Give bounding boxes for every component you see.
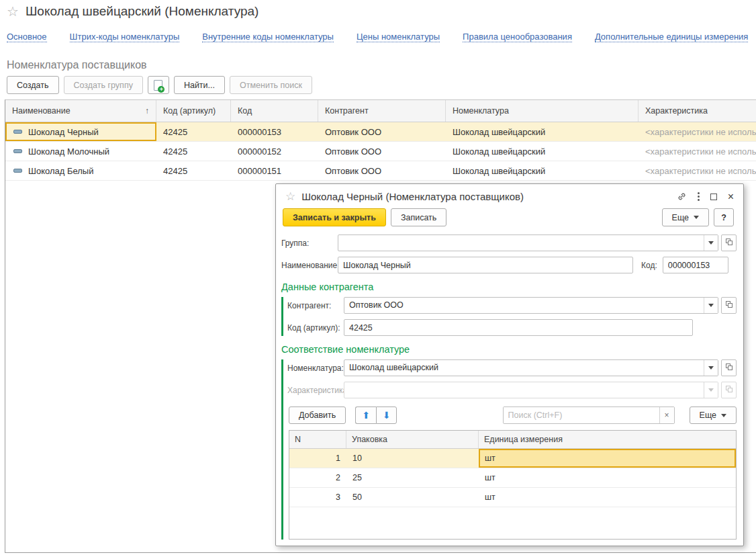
cancel-search-button: Отменить поиск [230, 76, 312, 94]
nav-link-additional-units[interactable]: Дополнительные единицы измерения [595, 32, 748, 42]
code-input[interactable] [663, 257, 728, 273]
name-label: Наименование: [281, 261, 338, 270]
nav-link-main[interactable]: Основное [7, 32, 47, 42]
save-and-close-button[interactable]: Записать и закрыть [283, 208, 386, 226]
contractor-choose-button[interactable] [721, 297, 737, 314]
cell-contractor[interactable]: Оптовик ООО [318, 161, 446, 180]
cell-characteristic[interactable]: <характеристики не используются> [639, 142, 756, 161]
move-down-button[interactable]: ⬇ [376, 406, 397, 424]
cell-code[interactable]: 000000153 [231, 122, 318, 141]
help-button[interactable]: ? [714, 208, 734, 226]
cell-packing[interactable]: 50 [346, 488, 479, 507]
cell-n[interactable]: 1 [289, 449, 346, 468]
column-header-packing[interactable]: Упаковка [346, 431, 479, 448]
list-toolbar: Создать Создать группу + Найти... Отмени… [7, 76, 312, 94]
find-button[interactable]: Найти... [174, 76, 225, 94]
characteristic-dropdown-button [704, 382, 718, 398]
nav-link-internal-codes[interactable]: Внутренние коды номенклатуры [202, 32, 334, 42]
cell-nomenclature[interactable]: Шоколад швейцарский [446, 161, 639, 180]
group-label: Группа: [281, 239, 338, 248]
table-row[interactable]: Шоколад Белый 42425 000000151 Оптовик ОО… [5, 161, 756, 181]
contractor-dropdown-button[interactable] [704, 298, 718, 313]
cell-code[interactable]: 000000152 [231, 142, 318, 161]
cell-nomenclature[interactable]: Шоколад швейцарский [446, 122, 639, 141]
cell-unit[interactable]: шт [479, 488, 736, 507]
cell-unit[interactable]: шт [479, 449, 736, 468]
name-input[interactable] [338, 257, 633, 273]
cell-article[interactable]: 42425 [156, 161, 231, 180]
cell-packing[interactable]: 10 [346, 449, 479, 468]
nomenclature-combo-field[interactable]: Шоколад швейцарский [344, 359, 718, 376]
dialog-form: Группа: Наименование: Код: Данные контра… [276, 233, 743, 540]
cell-packing[interactable]: 25 [346, 468, 479, 487]
arrow-down-icon: ⬇ [383, 410, 391, 421]
dialog-title-bar: ☆ Шоколад Черный (Номенклатура поставщик… [276, 184, 743, 205]
group-field-row: Группа: [281, 234, 737, 251]
cell-article[interactable]: 42425 [156, 142, 231, 161]
dialog-favorite-star-icon[interactable]: ☆ [285, 191, 295, 202]
cell-n[interactable]: 3 [289, 488, 346, 507]
page-title: Шоколад швейцарский (Номенклатура) [26, 4, 258, 19]
cell-unit[interactable]: шт [479, 468, 736, 487]
nomenclature-choose-button[interactable] [721, 359, 737, 376]
cell-name[interactable]: Шоколад Молочный [5, 142, 156, 161]
group-dropdown-button[interactable] [704, 235, 718, 251]
group-combo-field[interactable] [338, 234, 718, 251]
cell-characteristic[interactable]: <характеристики не используются> [639, 161, 756, 180]
cell-nomenclature[interactable]: Шоколад швейцарский [446, 142, 639, 161]
table-row[interactable]: Шоколад Черный 42425 000000153 Оптовик О… [5, 122, 756, 142]
cell-code[interactable]: 000000151 [231, 161, 318, 180]
column-header-code[interactable]: Код [231, 100, 318, 122]
cell-characteristic[interactable]: <характеристики не используются> [639, 122, 756, 141]
packing-row[interactable]: 3 50 шт [289, 488, 736, 507]
column-header-name[interactable]: Наименование ↑ [5, 100, 156, 122]
item-icon [13, 130, 22, 134]
packing-table: N Упаковка Единица измерения 1 10 шт 2 2… [289, 430, 737, 540]
contractor-value: Оптовик ООО [344, 298, 704, 313]
save-button[interactable]: Записать [391, 208, 446, 226]
search-clear-button[interactable]: × [659, 407, 674, 423]
close-icon[interactable]: × [728, 191, 734, 202]
favorite-star-icon[interactable]: ☆ [7, 5, 19, 18]
kebab-menu-icon[interactable] [698, 191, 700, 202]
search-input[interactable] [504, 407, 659, 423]
search-field: × [503, 406, 675, 424]
nav-link-prices[interactable]: Цены номенклатуры [357, 32, 440, 42]
contractor-combo-field[interactable]: Оптовик ООО [344, 297, 718, 314]
cell-name[interactable]: Шоколад Белый [5, 161, 156, 180]
packing-row[interactable]: 2 25 шт [289, 468, 736, 488]
packing-table-header: N Упаковка Единица измерения [289, 431, 736, 449]
packing-more-button[interactable]: Еще [690, 406, 737, 424]
contractor-field-row: Контрагент: Оптовик ООО [287, 297, 737, 314]
cell-contractor[interactable]: Оптовик ООО [318, 142, 446, 161]
nomenclature-field-row: Номенклатура: Шоколад швейцарский [287, 359, 737, 376]
move-up-button[interactable]: ⬆ [355, 406, 376, 424]
packing-row[interactable]: 1 10 шт [289, 449, 736, 468]
dialog-title: Шоколад Черный (Номенклатура поставщиков… [301, 191, 524, 202]
nav-link-barcodes[interactable]: Штрих-коды номенклатуры [70, 32, 180, 42]
column-header-unit[interactable]: Единица измерения [479, 431, 736, 448]
column-header-n[interactable]: N [289, 431, 346, 448]
maximize-icon[interactable] [710, 191, 717, 202]
column-header-article[interactable]: Код (артикул) [156, 100, 231, 122]
create-group-button: Создать группу [64, 76, 143, 94]
cell-article[interactable]: 42425 [156, 122, 231, 141]
cell-name[interactable]: Шоколад Черный [5, 122, 156, 141]
create-button[interactable]: Создать [7, 76, 59, 94]
cell-contractor[interactable]: Оптовик ООО [318, 122, 446, 141]
table-row[interactable]: Шоколад Молочный 42425 000000152 Оптовик… [5, 142, 756, 161]
column-header-nomenclature[interactable]: Номенклатура [446, 100, 639, 122]
column-header-contractor[interactable]: Контрагент [318, 100, 446, 122]
dialog-more-button[interactable]: Еще [662, 208, 709, 226]
nav-link-pricing-rules[interactable]: Правила ценообразования [463, 32, 572, 42]
column-header-characteristic[interactable]: Характеристика [639, 100, 756, 122]
add-button[interactable]: Добавить [289, 406, 346, 424]
group-choose-button[interactable] [721, 234, 737, 251]
contractor-section: Контрагент: Оптовик ООО Код (артикул): [281, 297, 737, 336]
article-input[interactable] [344, 319, 693, 336]
link-icon[interactable] [677, 191, 687, 202]
cell-n[interactable]: 2 [289, 468, 346, 487]
dialog-window: ☆ Шоколад Черный (Номенклатура поставщик… [275, 183, 744, 546]
nomenclature-dropdown-button[interactable] [704, 360, 718, 376]
create-group-icon-button[interactable]: + [148, 76, 169, 94]
